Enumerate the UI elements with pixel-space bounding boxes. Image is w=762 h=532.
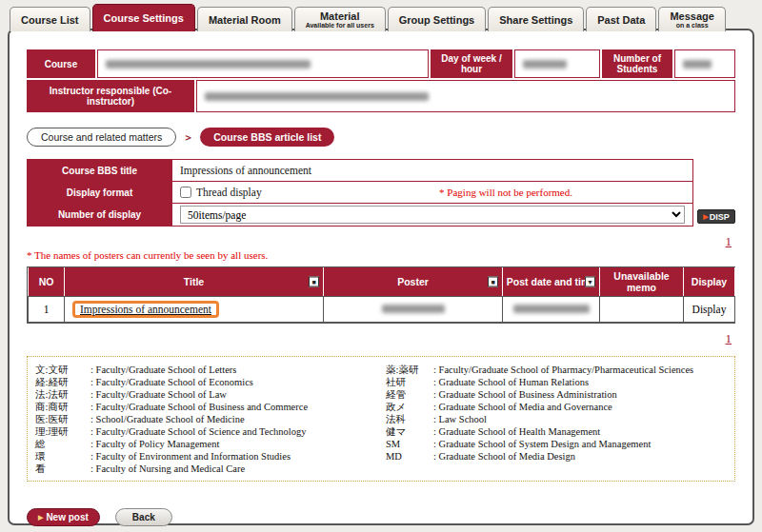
- legend-item: 法科: Law School: [386, 413, 727, 425]
- legend-item: 環: Faculty of Environment and Informatio…: [35, 450, 386, 463]
- disp-button[interactable]: ▶ DISP: [697, 209, 735, 224]
- tab-label: Past Data: [597, 14, 645, 26]
- tab-group-settings[interactable]: Group Settings: [388, 7, 486, 31]
- back-button[interactable]: Back: [115, 508, 172, 526]
- legend-item: MD: Graduate School of Media Design: [386, 450, 727, 463]
- legend-item: 総: Faculty of Policy Management: [35, 438, 386, 450]
- tab-label: Share Settings: [499, 14, 572, 26]
- legend-item: 文:文研: Faculty/Graduate School of Letters: [35, 364, 386, 376]
- new-post-label: New post: [46, 512, 88, 522]
- col-no-label: NO: [39, 276, 54, 287]
- col-title-label: Title: [184, 276, 204, 287]
- col-post-date-label: Post date and time: [507, 276, 595, 287]
- legend-item: 理:理研: Faculty/Graduate School of Science…: [35, 425, 386, 438]
- breadcrumb: Course and related matters ＞ Course BBS …: [27, 128, 735, 147]
- new-post-button[interactable]: ▶ New post: [27, 508, 100, 526]
- course-info-row: Course Day of week / hour Number of Stud…: [27, 49, 735, 78]
- poster-select-checkbox-icon[interactable]: ■: [488, 276, 498, 286]
- tab-material-room[interactable]: Material Room: [197, 7, 292, 31]
- thread-display-checkbox[interactable]: [180, 187, 191, 198]
- instructor-value: [196, 80, 735, 112]
- page-link[interactable]: 1: [726, 331, 732, 345]
- pagination-top: 1: [27, 232, 735, 247]
- col-title: Title ■: [65, 267, 324, 296]
- legend-item: 政メ: Graduate School of Media and Governa…: [386, 401, 727, 413]
- legend-right-column: 薬:薬研: Faculty/Graduate School of Pharmac…: [386, 364, 727, 475]
- legend-item: 健マ: Graduate School of Health Management: [386, 425, 727, 438]
- legend-item: 薬:薬研: Faculty/Graduate School of Pharmac…: [386, 364, 727, 376]
- redacted-students: [683, 60, 712, 69]
- thread-display-label: Thread display: [196, 187, 262, 198]
- col-memo-label: Unavailable memo: [613, 270, 669, 293]
- col-memo: Unavailable memo: [600, 267, 684, 296]
- legend-item: 経:経研: Faculty/Graduate School of Economi…: [35, 376, 386, 388]
- tab-label: Course List: [21, 14, 79, 26]
- tab-sublabel: on a class: [676, 22, 709, 30]
- tab-label: Message: [670, 10, 713, 22]
- redacted-day-hour: [523, 60, 567, 69]
- bbs-settings-form: Course BBS title Impressions of announce…: [27, 159, 735, 227]
- number-of-display-label: Number of display: [28, 204, 172, 227]
- col-poster-label: Poster: [397, 276, 429, 287]
- posters-note: * The names of posters can currently be …: [27, 249, 735, 264]
- row-memo-cell: [600, 296, 684, 322]
- bbs-title-label: Course BBS title: [28, 160, 172, 182]
- tab-past-data[interactable]: Past Data: [586, 7, 656, 31]
- col-poster: Poster ■: [324, 267, 503, 296]
- redacted-course-name: [106, 60, 311, 69]
- legend-item: 商:商研: Faculty/Graduate School of Busines…: [35, 401, 386, 413]
- display-format-label: Display format: [28, 182, 172, 204]
- tab-sublabel: Available for all users: [306, 22, 374, 30]
- article-title-link[interactable]: Impressions of announcement: [80, 304, 211, 315]
- tab-course-settings[interactable]: Course Settings: [92, 4, 195, 31]
- redacted-instructor: [205, 92, 429, 101]
- pagination-bottom: 1: [27, 329, 735, 345]
- legend-item: SM: Graduate School of System Design and…: [386, 438, 727, 450]
- tab-label: Course Settings: [104, 12, 184, 24]
- disp-arrow-icon: ▶: [703, 213, 708, 220]
- disp-button-label: DISP: [710, 212, 730, 222]
- row-date-cell: [503, 296, 600, 322]
- row-poster-cell: [324, 296, 503, 322]
- articles-table: NO Title ■ Poster ■ Post date and time ▼…: [28, 267, 735, 323]
- redacted-poster: [382, 305, 445, 313]
- number-of-display-select[interactable]: 50items/page: [180, 206, 685, 224]
- legend-left-column: 文:文研: Faculty/Graduate School of Letters…: [35, 364, 386, 475]
- course-value: [97, 49, 429, 78]
- breadcrumb-parent[interactable]: Course and related matters: [27, 128, 176, 147]
- col-display: Display: [684, 267, 735, 296]
- day-hour-label: Day of week / hour: [431, 49, 512, 78]
- tab-course-list[interactable]: Course List: [10, 7, 90, 31]
- tab-material[interactable]: Material Available for all users: [294, 7, 386, 31]
- col-post-date: Post date and time ▼: [503, 267, 600, 296]
- legend-item: 法:法研: Faculty/Graduate School of Law: [35, 388, 386, 401]
- row-no: 1: [29, 296, 65, 322]
- breadcrumb-current: Course BBS article list: [200, 128, 334, 147]
- articles-header-row: NO Title ■ Poster ■ Post date and time ▼…: [29, 267, 735, 296]
- row-title-cell: Impressions of announcement: [65, 296, 324, 322]
- table-row: 1 Impressions of announcement Display: [29, 296, 735, 322]
- legend-item: 医:医研: School/Graduate School of Medicine: [35, 413, 386, 425]
- title-select-checkbox-icon[interactable]: ■: [309, 276, 319, 286]
- students-label: Number of Students: [602, 49, 672, 78]
- tab-label: Material Room: [209, 14, 281, 26]
- tab-label: Group Settings: [399, 14, 474, 26]
- students-value: [674, 49, 735, 78]
- main-panel: Course Day of week / hour Number of Stud…: [8, 29, 754, 525]
- tab-label: Material: [320, 10, 360, 22]
- footer-buttons: ▶ New post Back: [27, 508, 735, 526]
- row-display-cell: Display: [684, 296, 735, 322]
- course-label: Course: [27, 49, 95, 78]
- faculty-legend: 文:文研: Faculty/Graduate School of Letters…: [27, 356, 735, 482]
- instructor-label: Instructor responsible (Co-instructor): [27, 80, 194, 112]
- tab-bar: Course List Course Settings Material Roo…: [10, 4, 726, 31]
- day-hour-value: [514, 49, 600, 78]
- sort-desc-icon[interactable]: ▼: [585, 276, 595, 286]
- new-post-arrow-icon: ▶: [38, 514, 43, 521]
- page-link[interactable]: 1: [726, 234, 732, 248]
- instructor-info-row: Instructor responsible (Co-instructor): [27, 80, 735, 112]
- highlight-box: Impressions of announcement: [72, 301, 219, 318]
- paging-note: * Paging will not be performed.: [439, 187, 572, 198]
- tab-share-settings[interactable]: Share Settings: [488, 7, 584, 31]
- tab-message[interactable]: Message on a class: [658, 7, 725, 31]
